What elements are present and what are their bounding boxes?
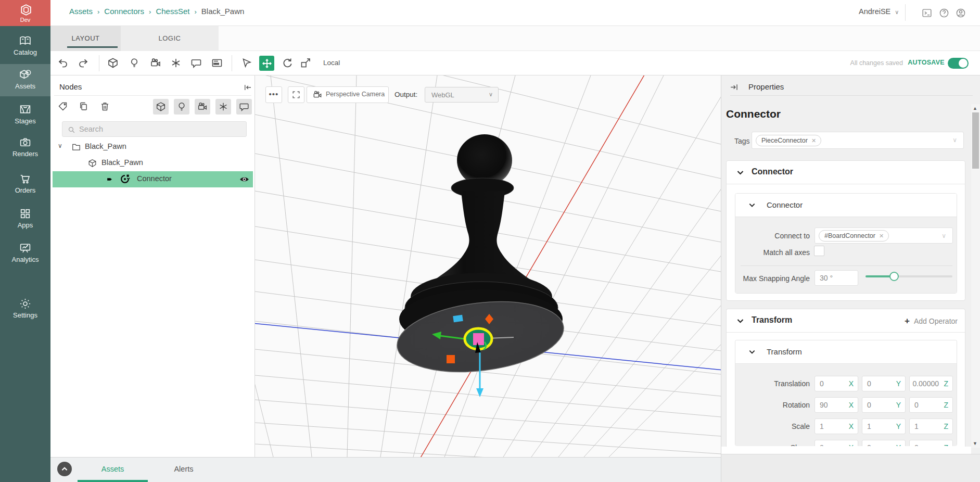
chevron-down-icon: ∨	[895, 9, 899, 15]
rotation-x-input[interactable]: 90X	[814, 397, 858, 413]
output-value: WebGL	[431, 91, 454, 99]
translation-y-input[interactable]: 0Y	[862, 376, 906, 391]
collapse-properties-icon[interactable]	[729, 82, 740, 93]
connector-inner-card: Connector Connect to #BoardConnector✕ ∨ …	[735, 193, 957, 294]
add-camera-button[interactable]	[149, 57, 162, 69]
sidebar-item-renders[interactable]: Renders	[0, 132, 50, 164]
add-annotation-button[interactable]	[190, 57, 202, 69]
sidebar-item-stages[interactable]: Stages	[0, 99, 50, 131]
add-billboard-button[interactable]	[211, 57, 223, 69]
undo-button[interactable]	[56, 57, 69, 69]
tag-chip: PieceConnector✕	[756, 135, 821, 146]
camera-select-button[interactable]: Perspective Camera	[307, 86, 389, 103]
add-connector-button[interactable]	[170, 57, 182, 69]
collapse-panel-icon[interactable]	[243, 83, 252, 92]
terminal-icon[interactable]	[921, 7, 933, 19]
account-icon[interactable]	[955, 7, 966, 19]
scale-tool-button[interactable]	[299, 57, 312, 69]
breadcrumb-link[interactable]: Assets	[69, 7, 93, 16]
breadcrumb-link[interactable]: ChessSet	[156, 7, 189, 16]
app-logo-icon	[19, 3, 32, 17]
sidebar-item-catalog[interactable]: Catalog	[0, 30, 50, 62]
connect-to-input[interactable]: #BoardConnector✕ ∨	[814, 227, 953, 244]
remove-tag-icon[interactable]: ✕	[811, 137, 816, 144]
shear-x-input[interactable]: 0X	[814, 440, 858, 446]
filter-lights-button[interactable]	[174, 99, 189, 115]
tags-input[interactable]: PieceConnector✕ ∨	[752, 132, 964, 149]
select-tool-button[interactable]	[240, 57, 253, 69]
connector-section-header[interactable]: Connector	[727, 161, 965, 184]
connector-inner-body: Connect to #BoardConnector✕ ∨ Match all …	[735, 217, 957, 294]
add-mesh-button[interactable]	[107, 57, 119, 69]
filter-cameras-button[interactable]	[195, 99, 210, 115]
properties-footer	[721, 454, 980, 482]
max-snapping-angle-slider[interactable]	[866, 272, 952, 281]
viewport-3d[interactable]: ••• Perspective Camera Output: WebGL ∨	[255, 75, 721, 457]
transform-space-label[interactable]: Local	[323, 59, 340, 67]
filter-connectors-button[interactable]	[215, 99, 231, 115]
redo-button[interactable]	[78, 57, 90, 69]
viewport-menu-button[interactable]: •••	[265, 86, 282, 103]
header-divider	[905, 4, 906, 21]
tree-row-group[interactable]: ∨ Black_Pawn	[50, 139, 255, 155]
rotation-z-input[interactable]: 0Z	[909, 397, 953, 413]
delete-node-button[interactable]	[99, 101, 110, 112]
fullscreen-button[interactable]	[288, 86, 304, 103]
breadcrumb-link[interactable]: Connectors	[104, 7, 144, 16]
bottom-tab-assets[interactable]: Assets	[78, 458, 148, 482]
autosave-toggle[interactable]	[948, 58, 969, 69]
transform-row-label: Rotation	[735, 401, 810, 409]
sidebar-item-assets[interactable]: Assets	[0, 64, 50, 96]
output-label: Output:	[394, 91, 417, 98]
scale-y-input[interactable]: 1Y	[862, 418, 906, 434]
bottom-tab-alerts[interactable]: Alerts	[158, 458, 210, 482]
sidebar-item-apps[interactable]: Apps	[0, 203, 50, 235]
filter-annotations-button[interactable]	[236, 99, 252, 115]
translation-x-input[interactable]: 0X	[814, 376, 858, 391]
brand-label: Dev	[0, 17, 50, 23]
transform-section-header[interactable]: Transform +Add Operator	[727, 309, 965, 333]
scale-z-input[interactable]: 1Z	[909, 418, 953, 434]
visibility-eye-icon[interactable]	[239, 174, 250, 185]
move-tool-button[interactable]	[259, 56, 274, 71]
shear-z-input[interactable]: 0Z	[909, 440, 953, 446]
shear-y-input[interactable]: 0Y	[862, 440, 906, 446]
connector-icon	[119, 173, 131, 185]
add-operator-button[interactable]: +Add Operator	[905, 316, 958, 326]
brand-block[interactable]: Dev	[0, 0, 50, 26]
connector-inner-header[interactable]: Connector	[735, 194, 957, 217]
scroll-up-icon: ▲	[973, 106, 977, 111]
filter-meshes-button[interactable]	[153, 99, 169, 115]
chevron-down-icon: ∨	[489, 91, 493, 98]
duplicate-node-button[interactable]	[78, 101, 89, 112]
tab-layout[interactable]: LAYOUT	[50, 26, 121, 51]
rotation-y-input[interactable]: 0Y	[862, 397, 906, 413]
output-select[interactable]: WebGL ∨	[425, 87, 499, 103]
scroll-down-icon: ▼	[973, 441, 977, 446]
tree-row-mesh[interactable]: Black_Pawn	[50, 155, 255, 171]
sidebar-item-settings[interactable]: Settings	[0, 293, 50, 325]
add-light-button[interactable]	[128, 57, 141, 69]
remove-tag-icon[interactable]: ✕	[879, 233, 884, 239]
content-gap	[721, 447, 971, 454]
scale-x-input[interactable]: 1X	[814, 418, 858, 434]
bottom-bar: Assets Alerts	[50, 457, 721, 482]
transform-inner-header[interactable]: Transform	[735, 340, 957, 364]
tab-logic[interactable]: LOGIC	[121, 26, 219, 51]
user-menu[interactable]: AndreiSE∨	[859, 7, 899, 16]
connect-to-label: Connect to	[735, 232, 810, 240]
sidebar-item-analytics[interactable]: Analytics	[0, 237, 50, 270]
rotate-tool-button[interactable]	[281, 57, 294, 69]
search-input[interactable]: Search	[62, 121, 247, 137]
translation-z-input[interactable]: 0.00000Z	[909, 376, 953, 391]
assets-icon	[19, 68, 32, 81]
properties-scrollbar[interactable]: ▲ ▼	[971, 104, 980, 448]
tree-row-connector[interactable]: Connector	[53, 171, 253, 187]
help-icon[interactable]	[938, 7, 950, 19]
sidebar-item-orders[interactable]: Orders	[0, 168, 50, 200]
expand-bottom-panel-button[interactable]	[57, 462, 72, 476]
max-snapping-angle-input[interactable]: 30 °	[814, 270, 858, 286]
tag-node-button[interactable]	[57, 101, 68, 112]
sidebar: Dev CatalogAssetsStagesRendersOrdersApps…	[0, 0, 50, 482]
match-all-axes-checkbox[interactable]	[814, 246, 824, 256]
